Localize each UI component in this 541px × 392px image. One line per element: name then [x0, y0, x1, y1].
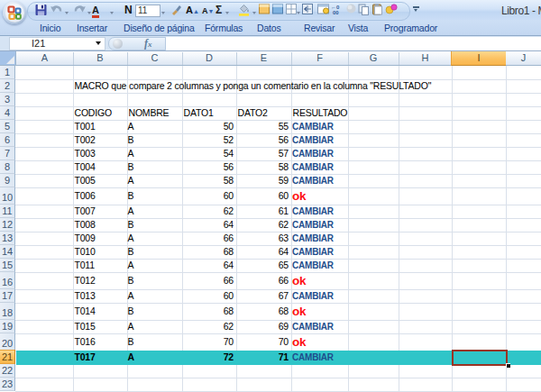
svg-text:00: 00	[333, 10, 339, 14]
